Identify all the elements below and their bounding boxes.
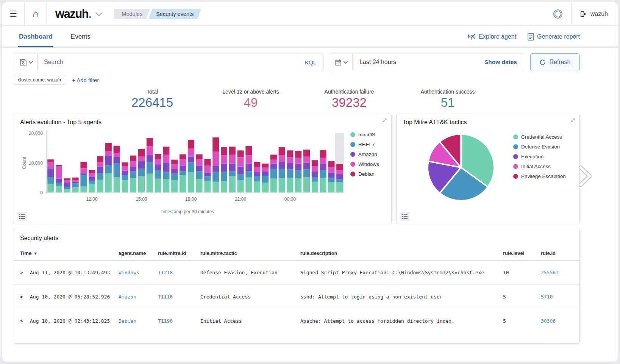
column-header-rule-mitre-tactic[interactable]: rule.mitre.tactic bbox=[200, 250, 300, 256]
table-row[interactable]: >Aug 10, 2020 @ 05:28:52.926AmazonT1110C… bbox=[14, 285, 579, 309]
row-expand-icon[interactable]: > bbox=[20, 270, 30, 275]
wazuh-logo[interactable]: wazuh. bbox=[47, 2, 104, 25]
cell-rule-level: 5 bbox=[503, 294, 541, 300]
cell-rule-id-link[interactable]: 5710 bbox=[541, 294, 573, 300]
explore-agent-button[interactable]: Explore agent bbox=[468, 33, 516, 40]
cell-rule-level: 5 bbox=[503, 318, 541, 324]
header-actions: Explore agent Generate report bbox=[468, 33, 580, 41]
cell-rule-mitre-id-link[interactable]: T1190 bbox=[158, 318, 200, 324]
search-input[interactable] bbox=[38, 59, 298, 66]
row-expand-icon[interactable]: > bbox=[20, 318, 30, 324]
legend-label: Debian bbox=[358, 171, 375, 177]
legend-item-defense-evasion[interactable]: Defense Evasion bbox=[513, 144, 566, 150]
legend-dot bbox=[350, 132, 355, 137]
saved-query-button[interactable] bbox=[14, 53, 38, 71]
column-header-rule-description[interactable]: rule.description bbox=[300, 250, 503, 256]
generate-report-button[interactable]: Generate report bbox=[528, 33, 580, 41]
carousel-next-button[interactable] bbox=[578, 164, 593, 188]
column-header-rule-mitre-id[interactable]: rule.mitre.id bbox=[158, 250, 200, 256]
legend-item-amazon[interactable]: Amazon bbox=[350, 152, 385, 157]
kql-selector[interactable]: KQL bbox=[298, 53, 323, 71]
time-range-value[interactable]: Last 24 hours bbox=[353, 59, 478, 66]
ring-icon bbox=[553, 9, 562, 19]
refresh-button[interactable]: Refresh bbox=[530, 53, 580, 71]
mitre-tactics-panel: Top Mitre ATT&K tactics Credential Acces… bbox=[396, 114, 580, 224]
breadcrumb: Modules Security events bbox=[114, 2, 201, 25]
table-row[interactable]: >Aug 10, 2020 @ 02:43:12.825DebianT1190I… bbox=[14, 309, 579, 333]
menu-button[interactable]: ☰ bbox=[2, 2, 24, 25]
cell-rule-mitre-id-link[interactable]: T1218 bbox=[158, 270, 200, 275]
legend-item-macos[interactable]: macOS bbox=[350, 132, 385, 137]
cell-rule-id-link[interactable]: 30306 bbox=[541, 318, 573, 324]
column-header-time[interactable]: Time▼ bbox=[20, 250, 119, 256]
mitre-chart-legend: Credential AccessDefense EvasionExecutio… bbox=[513, 128, 566, 204]
legend-item-initial-access[interactable]: Initial Access bbox=[513, 164, 566, 169]
sort-desc-icon: ▼ bbox=[33, 251, 37, 256]
tabs-row: Dashboard Events Explore agent Generate … bbox=[2, 26, 618, 48]
stat-value[interactable]: 226415 bbox=[103, 95, 201, 110]
row-expand-icon[interactable]: > bbox=[20, 294, 30, 300]
cell-time: Aug 10, 2020 @ 05:28:52.926 bbox=[30, 294, 119, 300]
cell-time: Aug 10, 2020 @ 02:43:12.825 bbox=[30, 318, 119, 324]
save-icon bbox=[20, 59, 27, 66]
top-bar-right: wazuh bbox=[545, 2, 618, 25]
cell-agent-name-link[interactable]: Amazon bbox=[119, 294, 158, 300]
table-row[interactable]: >Aug 11, 2020 @ 10:13:49.493WindowsT1218… bbox=[14, 261, 579, 285]
cell-agent-name-link[interactable]: Windows bbox=[119, 270, 158, 275]
table-body: >Aug 11, 2020 @ 10:13:49.493WindowsT1218… bbox=[14, 261, 579, 333]
tab-dashboard[interactable]: Dashboard bbox=[18, 27, 53, 47]
column-header-rule-id[interactable]: rule.id bbox=[541, 250, 573, 256]
space-avatar-button[interactable] bbox=[545, 2, 571, 25]
legend-dot bbox=[513, 134, 518, 139]
mitre-pie-chart[interactable] bbox=[425, 131, 497, 204]
column-header-rule-level[interactable]: rule.level bbox=[503, 250, 541, 256]
svg-text:21:00: 21:00 bbox=[235, 197, 247, 202]
cell-rule-id-link[interactable]: 255563 bbox=[541, 270, 573, 275]
search-box: KQL bbox=[38, 53, 323, 71]
panel-list-button[interactable] bbox=[17, 212, 27, 221]
legend-item-credential-access[interactable]: Credential Access bbox=[513, 134, 566, 140]
legend-label: RHEL7 bbox=[358, 142, 375, 147]
legend-dot bbox=[513, 154, 518, 159]
stat-value[interactable]: 39232 bbox=[300, 95, 398, 110]
legend-item-windows[interactable]: Windows bbox=[350, 161, 385, 167]
tab-events[interactable]: Events bbox=[70, 27, 91, 47]
security-alerts-panel: Security alerts Time▼ agent.name rule.mi… bbox=[14, 229, 580, 344]
legend-item-debian[interactable]: Debian bbox=[350, 171, 385, 177]
filter-pill-cluster-name[interactable]: cluster.name: wazuh bbox=[14, 75, 65, 85]
cell-agent-name-link[interactable]: Debian bbox=[119, 318, 158, 324]
cell-rule-description: Signed Script Proxy Execution: C:\Window… bbox=[300, 270, 503, 275]
cell-rule-mitre-id-link[interactable]: T1110 bbox=[158, 294, 200, 300]
user-label: wazuh bbox=[590, 11, 608, 17]
show-dates-button[interactable]: Show dates bbox=[478, 59, 524, 66]
stat-label: Authentication success bbox=[398, 89, 497, 95]
expand-icon[interactable] bbox=[382, 117, 387, 123]
logout-button[interactable]: wazuh bbox=[572, 2, 618, 25]
panel-list-button[interactable] bbox=[400, 212, 410, 221]
logout-icon bbox=[580, 11, 587, 17]
calendar-button[interactable] bbox=[329, 53, 353, 71]
legend-label: Windows bbox=[358, 161, 379, 167]
stat-value[interactable]: 49 bbox=[201, 95, 300, 110]
add-filter-button[interactable]: + Add filter bbox=[72, 77, 99, 83]
chevron-down-icon bbox=[343, 59, 347, 64]
alerts-stacked-bar-chart[interactable]: 010,00020,00012:0015:0018:0021:0000:00ti… bbox=[20, 128, 350, 214]
legend-dot bbox=[513, 144, 518, 149]
legend-item-rhel7[interactable]: RHEL7 bbox=[350, 142, 385, 147]
generate-report-label: Generate report bbox=[537, 33, 580, 40]
stat-value[interactable]: 51 bbox=[398, 95, 497, 110]
cell-rule-mitre-tactic: Initial Access bbox=[200, 318, 300, 324]
svg-text:12:00: 12:00 bbox=[86, 197, 98, 202]
home-button[interactable]: ⌂ bbox=[25, 2, 47, 25]
legend-item-execution[interactable]: Execution bbox=[513, 154, 566, 159]
expand-icon[interactable] bbox=[570, 117, 576, 123]
legend-dot bbox=[513, 164, 518, 169]
legend-label: macOS bbox=[358, 132, 375, 137]
panel-title: Alerts evolution - Top 5 agents bbox=[20, 119, 385, 126]
breadcrumb-modules[interactable]: Modules bbox=[114, 9, 150, 19]
column-header-agent-name[interactable]: agent.name bbox=[119, 250, 158, 256]
breadcrumb-security-events[interactable]: Security events bbox=[148, 9, 201, 19]
stat-auth-success: Authentication success 51 bbox=[398, 89, 497, 110]
alerts-chart-legend: macOSRHEL7AmazonWindowsDebian bbox=[350, 128, 385, 214]
legend-item-privilege-escalation[interactable]: Privilege Escalation bbox=[513, 173, 566, 179]
